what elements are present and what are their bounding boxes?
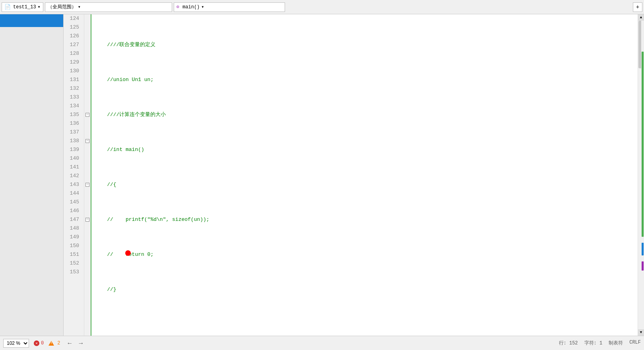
fold-137	[84, 128, 91, 137]
fold-153	[84, 268, 91, 277]
warning-count: 2	[57, 340, 60, 346]
code-line-130: // return 0;	[95, 250, 638, 259]
fold-minus-135[interactable]: −	[85, 113, 89, 117]
fold-127	[84, 41, 91, 49]
code-line-132	[95, 320, 638, 329]
line-num-146: 146	[67, 207, 81, 215]
line-num-148: 148	[67, 224, 81, 233]
function-dropdown[interactable]: ⊙ main() ▾	[174, 2, 285, 12]
nav-back-button[interactable]: ←	[65, 339, 74, 348]
code-line-126: ////计算连个变量的大小	[95, 110, 638, 119]
scroll-up-arrow[interactable]: ▲	[638, 14, 644, 21]
nav-forward-button[interactable]: →	[76, 339, 85, 348]
breakpoint-151[interactable]	[125, 250, 131, 256]
fold-131	[84, 75, 91, 84]
line-num-125: 125	[67, 23, 81, 32]
line-num-134: 134	[67, 102, 81, 110]
file-dropdown-arrow: ▾	[38, 4, 41, 10]
fold-147[interactable]: −	[84, 215, 91, 224]
file-dropdown[interactable]: 📄 test1_13 ▾	[2, 2, 43, 12]
fold-129	[84, 58, 91, 67]
line-num-130: 130	[67, 67, 81, 75]
file-name: test1_13	[13, 4, 36, 10]
code-line-129: // printf("%d\n", sizeof(un));	[95, 215, 638, 224]
line-num-128: 128	[67, 49, 81, 58]
warning-icon	[48, 341, 54, 346]
fold-142	[84, 172, 91, 180]
line-info: 行: 152	[559, 340, 578, 346]
minimap	[641, 21, 644, 329]
main-area: 124 125 126 127 128 129 130 131 132 133 …	[0, 14, 644, 336]
fold-minus-147[interactable]: −	[85, 218, 89, 222]
eol-info: CRLF	[629, 340, 641, 346]
status-zoom[interactable]: 102 %	[3, 339, 29, 348]
error-count: 0	[41, 340, 44, 346]
fold-151	[84, 250, 91, 259]
line-num-144: 144	[67, 189, 81, 198]
line-num-124: 124	[67, 14, 81, 23]
fold-132	[84, 84, 91, 93]
line-num-152: 152	[67, 259, 81, 268]
fold-140	[84, 154, 91, 163]
fold-135[interactable]: −	[84, 110, 91, 119]
line-num-131: 131	[67, 75, 81, 84]
fold-149	[84, 233, 91, 242]
function-icon: ⊙	[177, 4, 179, 10]
fold-145	[84, 198, 91, 207]
status-bar: 102 % ✕ 0 2 ← → 行: 152 字符: 1 制表符 CRLF	[0, 336, 644, 350]
fold-138[interactable]: −	[84, 137, 91, 145]
line-num-145: 145	[67, 198, 81, 207]
status-right: 行: 152 字符: 1 制表符 CRLF	[559, 340, 641, 346]
line-num-135: 135	[67, 110, 81, 119]
fold-124	[84, 14, 91, 23]
code-lines[interactable]: ////联合变量的定义 //union Un1 un; ////计算连个变量的大…	[91, 14, 638, 336]
line-num-151: 151	[67, 250, 81, 259]
add-button[interactable]: +	[633, 2, 642, 12]
line-num-149: 149	[67, 233, 81, 242]
minimap-blue	[642, 243, 644, 255]
code-line-125: //union Un1 un;	[95, 75, 638, 84]
fold-128	[84, 49, 91, 58]
scroll-track[interactable]	[638, 21, 644, 329]
scope-dropdown-arrow: ▾	[78, 4, 81, 10]
right-scrollbar[interactable]: ▲ ▼	[638, 14, 644, 336]
fold-130	[84, 67, 91, 75]
minimap-purple	[642, 261, 644, 271]
scope-dropdown[interactable]: （全局范围） ▾	[45, 2, 172, 12]
scroll-down-arrow[interactable]: ▼	[638, 329, 644, 336]
fold-125	[84, 23, 91, 32]
code-container: 124 125 126 127 128 129 130 131 132 133 …	[64, 14, 644, 336]
line-num-153: 153	[67, 268, 81, 277]
code-line-127: //int main()	[95, 145, 638, 154]
line-num-136: 136	[67, 119, 81, 128]
line-num-133: 133	[67, 93, 81, 102]
line-num-127: 127	[67, 41, 81, 49]
file-icon: 📄	[4, 4, 11, 10]
error-icon: ✕	[34, 340, 39, 346]
line-num-150: 150	[67, 242, 81, 250]
code-line-131: //}	[95, 285, 638, 294]
fold-143[interactable]: −	[84, 180, 91, 189]
fold-126	[84, 32, 91, 41]
line-num-132: 132	[67, 84, 81, 93]
scope-label: （全局范围）	[48, 4, 76, 10]
function-dropdown-arrow: ▾	[201, 4, 204, 10]
fold-minus-143[interactable]: −	[85, 183, 89, 187]
line-num-147: 147	[67, 215, 81, 224]
line-num-138: 138	[67, 137, 81, 145]
line-num-141: 141	[67, 163, 81, 172]
line-num-139: 139	[67, 145, 81, 154]
fold-134	[84, 102, 91, 110]
line-num-126: 126	[67, 32, 81, 41]
fold-152	[84, 259, 91, 268]
status-errors: ✕ 0	[34, 340, 44, 346]
col-info: 字符: 1	[584, 340, 603, 346]
fold-133	[84, 93, 91, 102]
code-scroll[interactable]: 124 125 126 127 128 129 130 131 132 133 …	[64, 14, 638, 336]
line-num-142: 142	[67, 172, 81, 180]
line-num-137: 137	[67, 128, 81, 137]
zoom-select[interactable]: 102 %	[3, 339, 29, 348]
fold-minus-138[interactable]: −	[85, 139, 89, 143]
minimap-green	[642, 52, 644, 237]
status-nav: ← →	[65, 339, 85, 348]
